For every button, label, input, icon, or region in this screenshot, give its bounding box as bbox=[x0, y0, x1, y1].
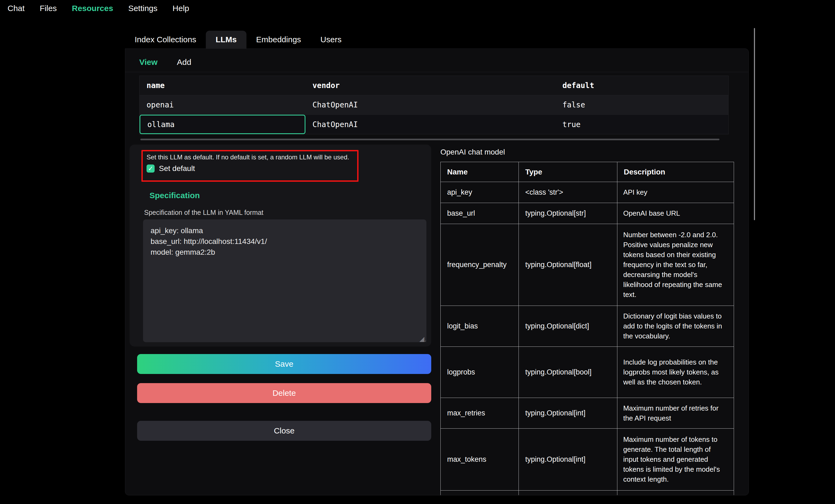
column-header-name: Name bbox=[441, 162, 519, 182]
param-description: Maximum number of tokens to generate. Th… bbox=[617, 428, 734, 490]
model-table-header-row: Name Type Description bbox=[441, 162, 734, 182]
column-header-default: default bbox=[555, 76, 729, 95]
save-button[interactable]: Save bbox=[137, 354, 431, 374]
param-type: <class 'str'> bbox=[518, 182, 617, 203]
param-description bbox=[617, 490, 734, 496]
llm-table-header-row: name vendor default bbox=[140, 76, 728, 95]
tab-llms[interactable]: LLMs bbox=[206, 31, 246, 48]
table-row: max_tokens typing.Optional[int] Maximum … bbox=[441, 428, 734, 490]
subtab-view[interactable]: View bbox=[139, 58, 158, 67]
param-description: Dictionary of logit bias values to add t… bbox=[617, 306, 734, 347]
param-description: Number between -2.0 and 2.0. Positive va… bbox=[617, 224, 734, 306]
table-row: max_retries typing.Optional[int] Maximum… bbox=[441, 398, 734, 428]
param-name: max_retries bbox=[441, 398, 519, 428]
set-default-label[interactable]: Set default bbox=[159, 164, 195, 173]
column-header-type: Type bbox=[518, 162, 617, 182]
model-schema-table: Name Type Description api_key <class 'st… bbox=[441, 162, 734, 496]
cell-default: false bbox=[555, 95, 729, 114]
set-default-note: Set this LLM as default. If no default i… bbox=[146, 153, 357, 161]
table-row-ollama[interactable]: ollama ChatOpenAI true bbox=[140, 115, 728, 134]
table-row: logit_bias typing.Optional[dict] Diction… bbox=[441, 306, 734, 347]
param-type: typing.Optional[float] bbox=[518, 224, 617, 306]
table-row: base_url typing.Optional[str] OpenAI bas… bbox=[441, 203, 734, 224]
param-type: typing.Optional[dict] bbox=[518, 306, 617, 347]
param-description: Include log probabilities on the logprob… bbox=[617, 347, 734, 398]
param-name: logit_bias bbox=[441, 306, 519, 347]
cell-name-selected: ollama bbox=[140, 115, 305, 134]
nav-item-help[interactable]: Help bbox=[172, 4, 189, 13]
column-header-vendor: vendor bbox=[305, 76, 555, 95]
set-default-checkbox[interactable]: ✓ bbox=[146, 165, 155, 173]
column-header-name: name bbox=[140, 76, 305, 95]
tab-embeddings[interactable]: Embeddings bbox=[246, 31, 311, 48]
param-name: base_url bbox=[441, 203, 519, 224]
close-button[interactable]: Close bbox=[137, 421, 431, 441]
table-row-clipped bbox=[441, 490, 734, 496]
table-row-openai[interactable]: openai ChatOpenAI false bbox=[140, 95, 728, 115]
vertical-scrollbar[interactable] bbox=[754, 28, 755, 220]
horizontal-scrollbar[interactable] bbox=[140, 139, 719, 140]
set-default-row: ✓ Set default bbox=[146, 164, 357, 173]
param-name: api_key bbox=[441, 182, 519, 203]
highlight-box: Set this LLM as default. If no default i… bbox=[141, 150, 359, 182]
tab-users[interactable]: Users bbox=[311, 31, 351, 48]
yaml-spec-textarea[interactable]: api_key: ollama base_url: http://localho… bbox=[143, 219, 426, 342]
param-name: frequency_penalty bbox=[441, 224, 519, 306]
llm-list-table: name vendor default openai ChatOpenAI fa… bbox=[139, 76, 729, 134]
param-name: max_tokens bbox=[441, 428, 519, 490]
cell-vendor: ChatOpenAI bbox=[305, 95, 555, 114]
param-description: API key bbox=[617, 182, 734, 203]
column-header-description: Description bbox=[617, 162, 734, 182]
param-description: OpenAI base URL bbox=[617, 203, 734, 224]
check-icon: ✓ bbox=[148, 165, 153, 172]
model-panel-title: OpenAI chat model bbox=[441, 148, 505, 156]
param-type bbox=[518, 490, 617, 496]
subtab-add[interactable]: Add bbox=[177, 58, 191, 67]
subtab-divider bbox=[125, 72, 749, 72]
table-row: logprobs typing.Optional[bool] Include l… bbox=[441, 347, 734, 398]
table-row: frequency_penalty typing.Optional[float]… bbox=[441, 224, 734, 306]
param-name bbox=[441, 490, 519, 496]
nav-item-settings[interactable]: Settings bbox=[128, 4, 157, 13]
specification-subheading: Specification of the LLM in YAML format bbox=[144, 209, 263, 216]
llm-detail-card: Set this LLM as default. If no default i… bbox=[129, 145, 431, 346]
param-type: typing.Optional[int] bbox=[518, 398, 617, 428]
tab-index-collections[interactable]: Index Collections bbox=[125, 31, 206, 48]
resource-tabbar: Index Collections LLMs Embeddings Users bbox=[125, 31, 351, 48]
llms-panel: View Add name vendor default openai Chat… bbox=[125, 48, 749, 496]
param-type: typing.Optional[bool] bbox=[518, 347, 617, 398]
view-add-subtabs: View Add bbox=[139, 53, 191, 71]
param-type: typing.Optional[str] bbox=[518, 203, 617, 224]
param-description: Maximum number of retries for the API re… bbox=[617, 398, 734, 428]
delete-button[interactable]: Delete bbox=[137, 383, 431, 403]
cell-default: true bbox=[555, 115, 729, 134]
param-type: typing.Optional[int] bbox=[518, 428, 617, 490]
specification-heading: Specification bbox=[149, 191, 200, 200]
nav-item-files[interactable]: Files bbox=[40, 4, 57, 13]
cell-name: openai bbox=[140, 95, 305, 114]
table-row: api_key <class 'str'> API key bbox=[441, 182, 734, 203]
cell-vendor: ChatOpenAI bbox=[305, 115, 555, 134]
param-name: logprobs bbox=[441, 347, 519, 398]
nav-item-chat[interactable]: Chat bbox=[7, 4, 24, 13]
nav-item-resources[interactable]: Resources bbox=[72, 4, 113, 13]
top-navigation: Chat Files Resources Settings Help bbox=[0, 0, 835, 17]
